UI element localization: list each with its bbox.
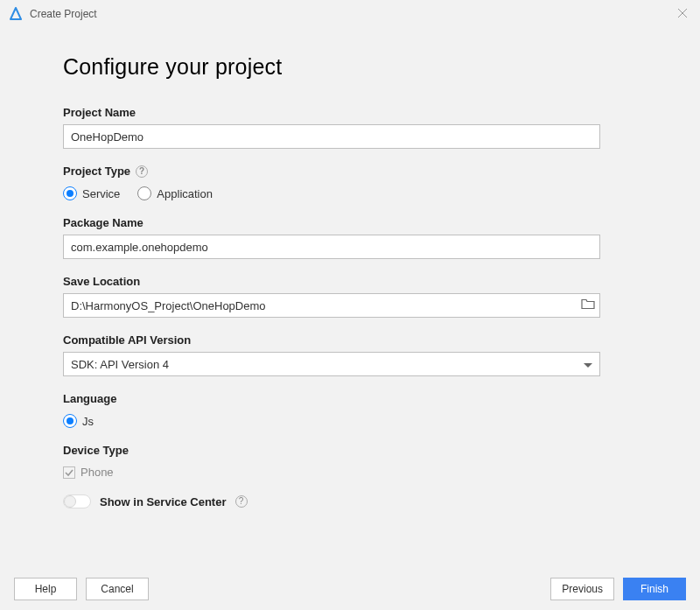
folder-icon[interactable] [581,298,595,313]
radio-icon [137,186,151,200]
package-name-input[interactable] [63,235,600,259]
footer: Help Cancel Previous Finish [0,568,700,610]
chevron-down-icon [584,358,592,371]
help-icon[interactable]: ? [235,495,248,508]
package-name-field: Package Name [63,216,637,259]
titlebar: Create Project [0,0,700,28]
project-type-label: Project Type ? [63,165,637,178]
project-name-input[interactable] [63,124,600,149]
device-type-label: Device Type [63,444,637,457]
show-service-center-row: Show in Service Center ? [63,494,637,508]
radio-icon [63,414,77,428]
help-button[interactable]: Help [14,578,77,600]
language-label: Language [63,392,637,405]
language-field: Language Js [63,392,637,428]
dropdown-value: SDK: API Version 4 [71,358,169,371]
cancel-button[interactable]: Cancel [86,578,149,600]
toggle-service-center[interactable] [63,494,91,508]
radio-service[interactable]: Service [63,186,120,200]
finish-button[interactable]: Finish [623,578,686,600]
save-location-label: Save Location [63,275,637,288]
checkbox-label: Phone [80,466,114,479]
content-area: Configure your project Project Name Proj… [0,28,700,517]
radio-icon [63,186,77,200]
api-version-label: Compatible API Version [63,333,637,347]
close-icon[interactable] [674,7,691,21]
api-version-field: Compatible API Version SDK: API Version … [63,333,637,376]
help-icon[interactable]: ? [136,165,148,178]
toggle-label: Show in Service Center [100,495,227,508]
checkbox-phone [63,466,75,479]
app-icon [9,7,23,21]
page-title: Configure your project [63,54,637,80]
device-type-field: Device Type Phone [63,444,637,479]
save-location-field: Save Location [63,275,637,318]
project-name-field: Project Name [63,106,637,149]
radio-js[interactable]: Js [63,414,94,428]
project-name-label: Project Name [63,106,637,119]
package-name-label: Package Name [63,216,637,229]
save-location-input[interactable] [63,293,600,318]
api-version-dropdown[interactable]: SDK: API Version 4 [63,352,600,376]
project-type-field: Project Type ? Service Application [63,165,637,200]
window-title: Create Project [30,8,674,20]
radio-application[interactable]: Application [137,186,213,200]
previous-button[interactable]: Previous [550,578,614,600]
